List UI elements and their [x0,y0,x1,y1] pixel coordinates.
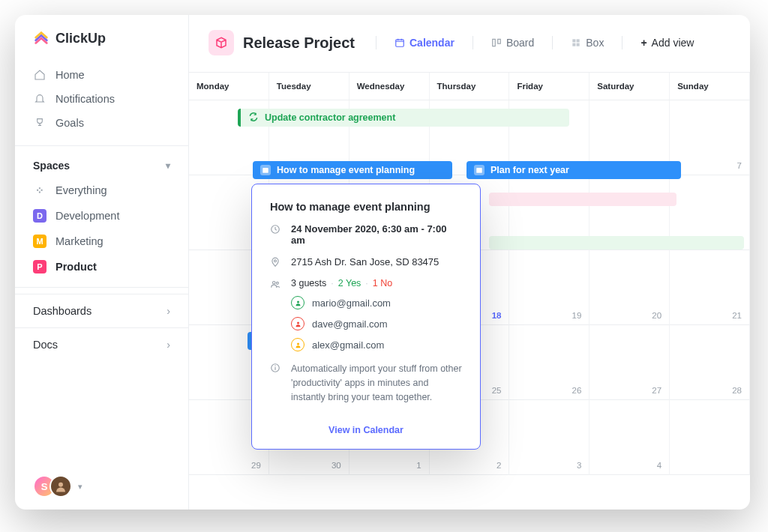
chevron-right-icon: › [166,339,170,351]
nav-label: Home [56,69,85,81]
popover-location: 2715 Ash Dr. San Jose, SD 83475 [291,256,439,267]
recurring-icon [248,112,259,124]
svg-rect-5 [577,39,580,42]
date-number: 1 [416,461,421,470]
day-header: Monday [189,73,269,100]
event-bar-contractor[interactable]: Update contractor agreement [238,109,569,127]
section-dashboards[interactable]: Dashboards › [15,294,188,327]
view-tab-calendar[interactable]: Calendar [386,32,464,53]
clock-icon [270,223,280,235]
section-docs[interactable]: Docs › [15,327,188,361]
project-icon [208,30,234,55]
four-dots-icon: ⁘ [33,184,46,197]
group-icon [270,278,280,289]
calendar-cell[interactable] [670,400,750,475]
svg-rect-9 [476,168,482,173]
nav-home[interactable]: Home [15,63,188,87]
event-label: Plan for next year [490,165,569,175]
chevron-down-icon[interactable]: ▾ [78,482,82,492]
view-tab-box[interactable]: Box [562,32,613,53]
logo-icon [33,30,50,46]
calendar-small-icon [260,165,271,175]
info-icon [270,362,280,373]
day-header: Wednesday [350,73,430,100]
day-header: Saturday [590,73,670,100]
guest-row: dave@gmail.com [291,317,462,330]
day-header: Tuesday [269,73,350,100]
svg-point-0 [58,483,63,487]
view-tab-board[interactable]: Board [482,32,543,53]
topbar: Release Project Calendar Board Box + Add… [189,15,750,73]
date-number: 25 [492,386,502,395]
guest-row: alex@gmail.com [291,338,462,351]
date-number: 19 [572,311,581,320]
nav-label: Notifications [56,93,115,105]
popover-title: How to manage event planning [270,201,462,213]
nav-notifications[interactable]: Notifications [15,87,188,111]
svg-point-15 [297,321,299,324]
person-icon [291,338,304,351]
calendar-cell[interactable]: 27 [590,325,670,400]
view-tab-add[interactable]: + Add view [632,32,703,53]
calendar-cell[interactable]: 4 [590,400,670,475]
svg-rect-2 [493,39,496,46]
calendar-cell[interactable]: 26 [509,325,590,400]
guest-row: mario@gmail.com [291,296,462,309]
event-bar-nextyear[interactable]: Plan for next year [466,161,681,179]
space-badge: D [33,209,46,223]
date-number: 3 [577,461,581,470]
view-label: Board [506,37,534,49]
svg-rect-7 [577,43,580,46]
home-icon [33,69,46,81]
event-strip[interactable] [489,193,676,206]
guest-email: alex@gmail.com [312,339,384,351]
date-number: 20 [652,311,662,320]
chevron-down-icon: ▾ [166,160,170,171]
calendar-cell[interactable]: 21 [670,250,750,325]
svg-rect-6 [573,43,576,46]
event-strip[interactable] [489,236,744,250]
popover-location-row: 2715 Ash Dr. San Jose, SD 83475 [270,256,462,267]
svg-rect-18 [274,367,275,370]
section-label: Dashboards [33,305,92,317]
logo[interactable]: ClickUp [15,30,188,58]
calendar-cell[interactable]: 3 [509,400,590,475]
main-area: Release Project Calendar Board Box + Add… [189,15,750,510]
svg-point-13 [276,282,278,284]
bell-icon [33,93,46,105]
popover-description: Automatically import your stuff from oth… [291,362,462,404]
space-item-marketing[interactable]: M Marketing [15,229,188,254]
event-label: Update contractor agreement [265,112,395,123]
nav-label: Goals [56,117,84,129]
event-bar-planning[interactable]: How to manage event planning [253,161,452,179]
date-number: 26 [572,386,581,395]
date-number: 29 [251,461,261,470]
svg-rect-3 [498,39,501,43]
svg-point-11 [274,260,277,262]
calendar-cell[interactable]: 19 [509,250,590,325]
space-label: Everything [56,184,107,196]
svg-rect-1 [396,40,404,46]
avatar[interactable] [50,475,72,498]
space-item-everything[interactable]: ⁘ Everything [15,178,188,203]
calendar-cell[interactable]: 20 [590,250,670,325]
popover-info-row: Automatically import your stuff from oth… [270,362,462,404]
view-in-calendar-link[interactable]: View in Calendar [270,414,462,435]
board-icon [491,37,502,48]
spaces-header[interactable]: Spaces ▾ [15,152,188,178]
calendar-cell[interactable]: 7 [670,100,750,175]
date-number: 4 [657,461,662,470]
day-header: Friday [509,73,590,100]
logo-text: ClickUp [56,31,106,46]
space-item-product[interactable]: P Product [15,254,188,279]
popover-datetime: 24 November 2020, 6:30 am - 7:00 am [291,223,462,246]
date-number: 7 [737,161,742,170]
space-item-development[interactable]: D Development [15,203,188,229]
space-badge: P [33,260,46,273]
space-label: Development [56,210,119,222]
nav-goals[interactable]: Goals [15,111,188,135]
calendar-icon [394,37,405,48]
calendar-cell[interactable]: 28 [670,325,750,400]
plus-icon: + [640,37,646,49]
section-label: Docs [33,339,58,351]
